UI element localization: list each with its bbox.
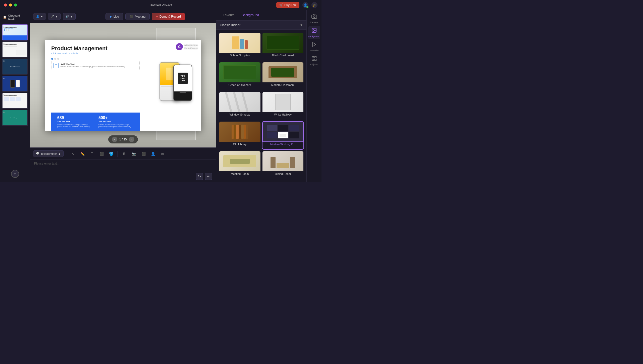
minimize-button[interactable]	[9, 4, 12, 7]
photo-button[interactable]: 📷	[130, 150, 138, 158]
background-item-window-shadow[interactable]: ♥ Window Shadow	[219, 92, 260, 120]
speaker-button[interactable]: 🔊 ▼	[63, 13, 76, 20]
pen-tool-button[interactable]: ✏️	[78, 150, 86, 158]
more-button[interactable]: ⊞	[158, 150, 167, 158]
meeting-button[interactable]: ⬛ Meeting	[125, 13, 150, 20]
teleprompter-text-area: Please enter text...	[30, 160, 216, 172]
main-toolbar: 👤 ▼ 🎤 ▼ 🔊 ▼ ▶ Live	[30, 10, 216, 23]
background-tab[interactable]: Background	[238, 10, 262, 20]
transition-rail-item[interactable]: Transition	[308, 40, 320, 53]
slide-item[interactable]: 5 Product Management	[2, 93, 28, 109]
slide-main-content: T Add The Text the text is the extractio…	[45, 61, 201, 131]
bg-thumbnail	[219, 151, 260, 171]
slide-title: Product Management	[51, 45, 195, 52]
background-item-modern-working[interactable]: ♥ Modern Working D...	[262, 122, 304, 149]
shape-icon: ⬛	[99, 152, 104, 156]
bg-thumbnail	[219, 62, 260, 82]
transition-icon	[311, 42, 317, 48]
cursor-icon: ↖	[71, 152, 74, 156]
stat-1: 689 Add The Text the text is the extract…	[57, 116, 92, 128]
bg-label: Dining Room	[262, 171, 304, 176]
bg-label: Modern Working D...	[262, 142, 304, 147]
objects-rail-item[interactable]: Objects	[308, 54, 320, 67]
chevron-down-icon: ▼	[300, 23, 303, 27]
background-item-green-chalkboard[interactable]: Green Chalkboard	[219, 62, 260, 90]
screen-capture-button[interactable]: 🖥	[120, 150, 128, 158]
slide-subtitle: Click here to add a subtitle	[51, 52, 195, 55]
stat-2: 500+ Add The Text the text is the extrac…	[98, 116, 134, 128]
add-slide-button[interactable]: +	[11, 170, 19, 178]
slide-item[interactable]: 6 Product Management	[2, 110, 28, 126]
font-decrease-button[interactable]: A-	[205, 173, 212, 180]
font-increase-button[interactable]: A+	[196, 173, 203, 180]
maximize-button[interactable]	[14, 4, 17, 7]
live-button[interactable]: ▶ Live	[105, 13, 123, 20]
background-item-black-chalkboard[interactable]: Black Chalkboard	[262, 33, 304, 60]
background-item-dining-room[interactable]: ♥ Dining Room	[262, 151, 304, 179]
background-item-old-library[interactable]: ♥ Old Library	[219, 122, 260, 149]
online-indicator	[306, 6, 308, 8]
slide-item[interactable]: 2 Product Management	[2, 41, 28, 58]
teleprompter-button[interactable]: 💬 Teleprompter ▲	[33, 150, 64, 157]
close-button[interactable]	[4, 4, 7, 7]
category-dropdown[interactable]: Classic Indoor ▼	[216, 21, 306, 30]
overlay-button[interactable]: ⬛	[139, 150, 147, 158]
camera-label: Camera	[310, 21, 318, 24]
live-icon: ▶	[110, 15, 112, 18]
clipboard-header: 📋 Clipboard (1/15)	[0, 12, 30, 22]
bg-thumbnail	[219, 122, 260, 142]
slide-thumbnail	[3, 76, 27, 91]
dot-2	[54, 58, 56, 60]
teleprompter-placeholder: Please enter text...	[34, 162, 59, 165]
virtual-bg-group: 👤 ▼	[33, 13, 46, 20]
dot-1	[51, 58, 53, 60]
demo-record-button[interactable]: ● Demo & Record	[152, 13, 185, 20]
page-info: 1 / 15	[119, 138, 127, 141]
shape-tool-button[interactable]: ⬛	[97, 150, 105, 158]
slide-spacer	[51, 72, 140, 113]
svg-rect-4	[312, 57, 313, 58]
background-item-modern-classroom[interactable]: ♥ Modern Classroom	[262, 62, 304, 90]
phone-mockups: YOUGOTTHIS	[146, 61, 201, 131]
virtual-bg-button[interactable]: 👤 ▼	[33, 13, 46, 20]
text-content: Add The Text the text is the extraction …	[61, 63, 125, 68]
record-icon: ●	[156, 15, 158, 18]
slide-thumbnail: Product Management	[3, 59, 27, 74]
brand-logo: C	[176, 43, 183, 50]
graduation-icon[interactable]: 🎓	[311, 2, 317, 8]
screen-icon: 🖥	[123, 152, 126, 156]
favorite-tab[interactable]: Favorite	[219, 10, 238, 20]
background-item-meeting-room[interactable]: Meeting Room	[219, 151, 260, 179]
slide-list: 1 Product Management Click here to add a…	[0, 23, 30, 168]
slide-item[interactable]: 4	[2, 76, 28, 92]
background-item-white-hallway[interactable]: ♥ White Hallway	[262, 92, 304, 120]
bg-thumbnail	[262, 151, 304, 171]
prev-slide-button[interactable]: ‹	[112, 137, 117, 142]
slide-item[interactable]: 1 Product Management Click here to add a…	[2, 24, 28, 40]
buy-now-button[interactable]: 🛒 Buy Now	[276, 2, 299, 8]
slide-item[interactable]: 3 Product Management	[2, 59, 28, 75]
brand-name: Wondershare DemoCreator	[184, 44, 198, 49]
microphone-button[interactable]: 🎤 ▼	[48, 13, 61, 20]
text-tool-button[interactable]: T	[88, 150, 96, 158]
background-label: Background	[308, 35, 320, 38]
mic-group: 🎤 ▼	[48, 13, 61, 20]
user-avatar[interactable]: 👤	[302, 2, 308, 8]
background-item-school-supplies[interactable]: School Supplies	[219, 33, 260, 60]
transition-label: Transition	[309, 49, 319, 52]
dot-3	[57, 58, 59, 60]
svg-point-0	[313, 16, 315, 17]
pen-icon: ✏️	[80, 152, 85, 156]
bg-thumbnail	[219, 33, 260, 53]
slide-dots	[45, 57, 201, 61]
bg-thumbnail	[219, 92, 260, 112]
highlight-tool-button[interactable]: 🪣	[107, 150, 115, 158]
background-rail-item[interactable]: Background	[308, 26, 320, 39]
text-icon: T	[91, 152, 93, 156]
cursor-tool-button[interactable]: ↖	[69, 150, 77, 158]
person-button[interactable]: 👤	[149, 150, 157, 158]
overlay-icon: ⬛	[141, 152, 146, 156]
next-slide-button[interactable]: ›	[129, 137, 134, 142]
teleprompter-icon: 💬	[36, 152, 39, 155]
camera-rail-item[interactable]: Camera	[308, 12, 320, 25]
